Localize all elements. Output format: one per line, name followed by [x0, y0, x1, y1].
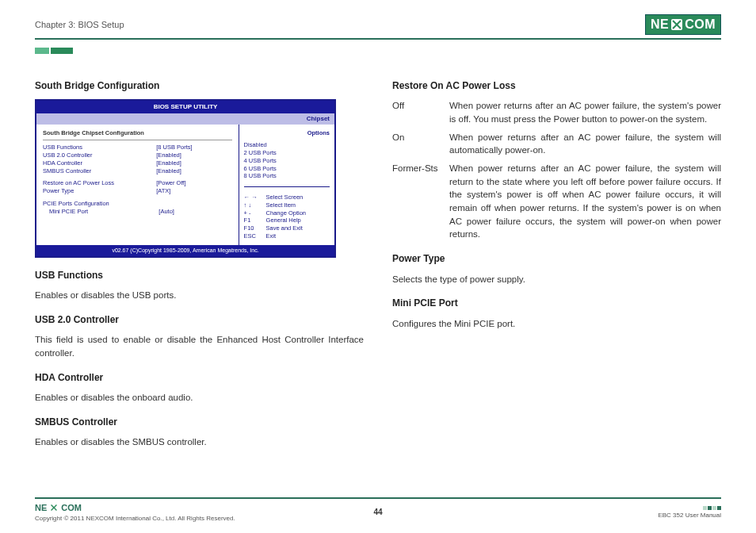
- page-header: Chapter 3: BIOS Setup NE COM: [35, 14, 721, 40]
- header-tabs: [35, 43, 721, 51]
- restore-on-key: On: [392, 131, 445, 157]
- footer-cubes-icon: [703, 506, 721, 510]
- text-mini-pcie: Configures the Mini PCIE port.: [392, 317, 721, 331]
- text-usb2: This field is used to enable or disable …: [35, 333, 364, 359]
- bios-screenshot: BIOS SETUP UTILITY Chipset South Bridge …: [35, 99, 336, 257]
- logo-text-right: COM: [685, 17, 716, 32]
- bios-footer: v02.67 (C)Copyright 1985-2009, American …: [36, 245, 334, 256]
- restore-former-key: Former-Sts: [392, 162, 445, 241]
- text-power-type: Selects the type of power supply.: [392, 273, 721, 286]
- bios-options-label: Options: [244, 129, 330, 137]
- restore-on-val: When power returns after an AC power fai…: [449, 131, 721, 157]
- chapter-title: Chapter 3: BIOS Setup: [35, 20, 124, 29]
- heading-hda: HDA Controller: [35, 371, 364, 385]
- restore-off-val: When power returns after an AC power fai…: [449, 99, 721, 125]
- bios-tab: Chipset: [36, 113, 334, 125]
- footer-logo: NECOM: [35, 502, 235, 513]
- logo-text-left: NE: [651, 17, 669, 32]
- footer-copyright: Copyright © 2011 NEXCOM International Co…: [35, 515, 235, 522]
- restore-off-key: Off: [392, 99, 445, 125]
- text-smbus: Enables or disables the SMBUS controller…: [35, 435, 364, 449]
- text-hda: Enables or disables the onboard audio.: [35, 391, 364, 405]
- logo-x-icon: [671, 19, 682, 30]
- heading-power-type: Power Type: [392, 252, 721, 266]
- heading-south-bridge: South Bridge Configuration: [35, 79, 364, 93]
- bios-right-pane: Options Disabled 2 USB Ports 4 USB Ports…: [239, 125, 334, 245]
- heading-smbus: SMBUS Controller: [35, 416, 364, 429]
- heading-usb-functions: USB Functions: [35, 269, 364, 282]
- bios-title: BIOS SETUP UTILITY: [36, 101, 334, 113]
- page-number: 44: [373, 508, 382, 516]
- bios-left-pane: South Bridge Chipset Configuration USB F…: [36, 125, 239, 245]
- nexcom-logo: NE COM: [645, 14, 721, 35]
- right-column: Restore On AC Power Loss Off When power …: [392, 68, 721, 454]
- text-usb-functions: Enables or disables the USB ports.: [35, 289, 364, 302]
- restore-definition-list: Off When power returns after an AC power…: [392, 99, 721, 241]
- footer-manual: EBC 352 User Manual: [658, 512, 721, 519]
- heading-restore: Restore On AC Power Loss: [392, 79, 721, 93]
- heading-mini-pcie: Mini PCIE Port: [392, 297, 721, 310]
- page-footer: NECOM Copyright © 2011 NEXCOM Internatio…: [35, 497, 721, 522]
- left-column: South Bridge Configuration BIOS SETUP UT…: [35, 68, 364, 454]
- bios-section: South Bridge Chipset Configuration: [43, 129, 232, 137]
- heading-usb2: USB 2.0 Controller: [35, 313, 364, 327]
- restore-former-val: When power returns after an AC power fai…: [449, 162, 721, 241]
